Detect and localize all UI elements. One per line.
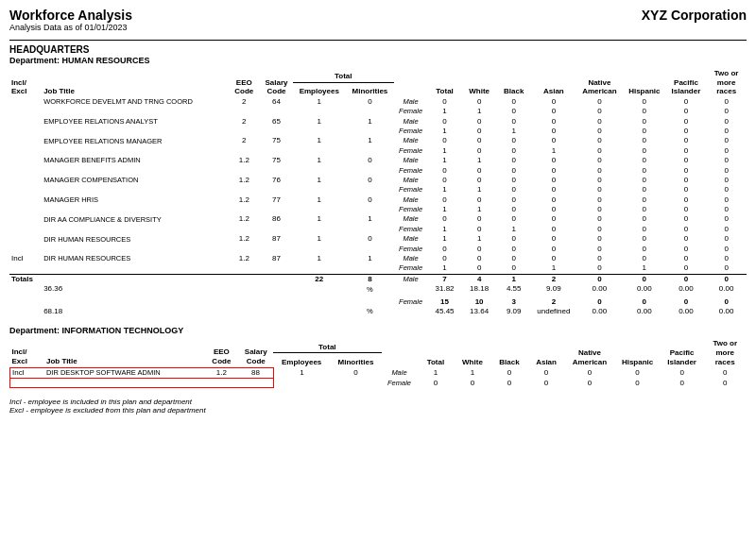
table-row: EMPLOYEE RELATIONS ANALYST 2 65 1 1 Male… [9,117,747,127]
col-total: Total [427,68,462,97]
company-name: XYZ Corporation [642,8,747,23]
report-title: Workforce Analysis [9,8,132,23]
it-col-black: Black [490,338,527,367]
it-col-pacific-islander: PacificIslander [661,338,704,367]
it-col-job-title: Job Title [44,338,204,367]
table-row: MANAGER COMPENSATION 1.2 76 1 0 Male 0 0… [9,176,747,185]
totals-male-row: Totals 22 8 Male 7 4 1 2 0 0 0 0 [9,274,747,284]
table-row: DIR HUMAN RESOURCES 1.2 87 1 0 Male 1 1 … [9,234,747,244]
hr-table: Incl/Excl Job Title EEOCode SalaryCode T… [9,68,747,316]
col-eeo-code: EEOCode [228,68,260,97]
col-native-american: NativeAmerican [576,68,623,97]
col-white: White [462,68,497,97]
it-table: Incl/Excl Job Title EEOCode SalaryCode T… [9,338,747,388]
it-col-asian: Asian [528,338,565,367]
it-col-hispanic: Hispanic [614,338,661,367]
table-row: DIR AA COMPLIANCE & DIVERSITY 1.2 86 1 1… [9,214,747,224]
location-title: HEADQUARTERS [9,44,747,55]
table-row: Female 0 0 0 0 0 0 0 0 [9,245,747,254]
col-spacer [394,68,427,97]
it-col-salary-code: SalaryCode [239,338,273,367]
col-two-or-more: Two ormoreraces [706,68,747,97]
table-row: Female 1 1 0 0 0 0 0 0 [9,107,747,116]
analysis-date: Analysis Data as of 01/01/2023 [9,23,132,32]
it-col-employees: Employees [273,353,330,367]
table-row: Incl DIR DESKTOP SOFTWARE ADMIN 1.2 88 1… [10,367,747,378]
table-row: Female 0 0 0 0 0 0 0 0 [9,166,747,176]
dept-title-it: Department: INFORMATION TECHNOLOGY [9,326,747,335]
it-col-native-american: NativeAmerican [565,338,615,367]
it-col-total: Total [417,338,454,367]
table-row: MANAGER BENEFITS ADMIN 1.2 75 1 0 Male 1… [9,156,747,165]
footnote-incl: Incl - employee is included in this plan… [9,398,747,406]
table-row: Female 1 1 0 0 0 0 0 0 [9,205,747,214]
footnotes: Incl - employee is included in this plan… [9,398,747,415]
it-col-eeo-code: EEOCode [204,338,238,367]
table-row: EMPLOYEE RELATIONS MANAGER 2 75 1 1 Male… [9,136,747,145]
it-col-spacer [382,338,418,367]
col-salary-code: SalaryCode [260,68,292,97]
col-pacific-islander: PacificIslander [666,68,707,97]
col-job-title: Job Title [42,68,228,97]
col-employees: Employees [293,82,346,96]
dept-title-hr: Department: HUMAN RESOURCES [9,56,747,65]
table-row: Female 1 0 1 0 0 0 0 0 [9,127,747,136]
footnote-excl: Excl - employee is excluded from this pl… [9,406,747,415]
table-row: Female 1 1 0 0 0 0 0 0 [9,185,747,195]
it-col-minorities: Minorities [330,353,381,367]
col-minorities: Minorities [346,82,394,96]
col-incl-excl: Incl/Excl [9,68,42,97]
it-col-group-total: Total [273,338,382,352]
col-hispanic: Hispanic [623,68,666,97]
totals-male-pct-row: 36.36 % 31.82 18.18 4.55 9.09 0.00 0.00 … [9,284,747,294]
totals-female-row: Female 15 10 3 2 0 0 0 0 [9,297,747,307]
table-row: WORKFORCE DEVELMT AND TRNG COORD 2 64 1 … [9,97,747,107]
col-asian: Asian [531,68,576,97]
table-row: MANAGER HRIS 1.2 77 1 0 Male 0 0 0 0 0 0… [9,195,747,205]
table-row: Female 1 0 1 0 0 0 0 0 [9,225,747,234]
table-row: Female 1 0 0 1 0 1 0 0 [9,263,747,274]
col-group-total: Total [293,68,394,82]
it-col-white: White [454,338,490,367]
table-row: Female 0 0 0 0 0 0 0 0 [10,379,747,388]
col-black: Black [496,68,531,97]
table-row: Female 1 0 0 1 0 0 0 0 [9,146,747,156]
it-col-incl-excl: Incl/Excl [10,338,44,367]
table-row: Incl DIR HUMAN RESOURCES 1.2 87 1 1 Male… [9,254,747,263]
it-col-two-or-more: Two ormoreraces [703,338,747,367]
totals-female-pct-row: 68.18 % 45.45 13.64 9.09 undefined 0.00 … [9,307,747,316]
